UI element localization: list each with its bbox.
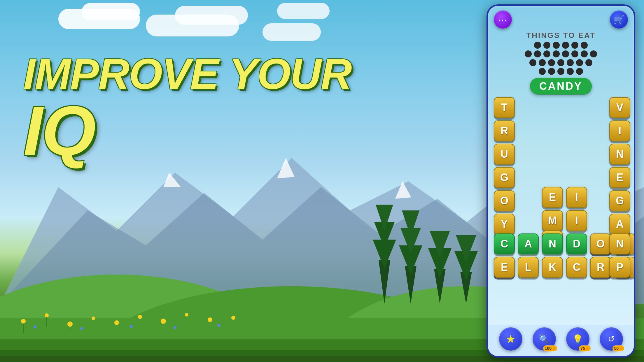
category-title: THINGS TO EAT <box>488 31 634 40</box>
tile-R-bot[interactable]: R <box>590 257 611 278</box>
tile-M-col2-row5[interactable]: M <box>542 210 563 231</box>
dot-row-3 <box>494 59 628 66</box>
svg-point-30 <box>67 321 73 327</box>
svg-point-42 <box>217 324 220 327</box>
tile-letter: A <box>524 238 532 250</box>
tile-E-col2-row4[interactable]: E <box>542 187 563 208</box>
dot <box>534 42 541 49</box>
dot <box>557 59 564 66</box>
dot <box>590 50 597 57</box>
svg-point-38 <box>34 326 36 328</box>
tile-N-vinegar[interactable]: N <box>609 233 630 254</box>
dot <box>567 68 574 75</box>
tile-O-col0-row4[interactable]: O <box>494 190 515 211</box>
shuffle-icon: ↺ <box>608 334 615 344</box>
tile-G-col6-row4[interactable]: G <box>609 190 630 211</box>
tile-letter: C <box>501 238 508 250</box>
tile-letter: E <box>616 171 623 184</box>
dot <box>581 42 588 49</box>
tile-N-col6-row2[interactable]: N <box>609 144 630 165</box>
tile-I-col3-row5[interactable]: I <box>566 210 587 231</box>
hint-coin-badge: 75 ● <box>579 345 591 351</box>
tile-letter: R <box>501 125 508 137</box>
tile-letter: P <box>616 261 623 273</box>
phone-bottom-toolbar: ★ 🔍 100 ● 💡 75 ● ↺ 50 ● <box>488 325 634 356</box>
dot-row-1 <box>494 42 628 49</box>
tile-G-col0-row3[interactable]: G <box>494 167 515 188</box>
dot <box>585 59 592 66</box>
tile-letter: E <box>549 191 556 203</box>
tile-R-col0-row1[interactable]: R <box>494 120 515 141</box>
dot <box>548 59 555 66</box>
tile-E-bot0[interactable]: E <box>494 257 515 278</box>
coin-icon-reveal: ● <box>553 346 555 351</box>
reveal-button[interactable]: 🔍 100 ● <box>533 327 556 351</box>
coin-icon-shuffle: ● <box>620 346 622 351</box>
tile-O-vinegar[interactable]: O <box>590 233 611 254</box>
tile-letter: R <box>597 261 604 273</box>
answer-word-container: CANDY <box>488 78 634 95</box>
tile-I-col6-row1[interactable]: I <box>609 120 630 141</box>
reveal-icon: 🔍 <box>539 334 549 344</box>
tiles-area: T R U G O Y C E E M I I L A N D Y <box>488 97 634 260</box>
tile-letter: G <box>616 195 624 207</box>
coin-icon-hint: ● <box>586 346 589 351</box>
tile-L-bot1[interactable]: L <box>518 257 539 278</box>
tile-C-bot3[interactable]: C <box>566 257 587 278</box>
tile-U-col0-row2[interactable]: U <box>494 144 515 165</box>
menu-dots-icon: ··· <box>498 15 507 24</box>
svg-point-36 <box>208 317 212 322</box>
dot-row-2 <box>494 50 628 57</box>
tile-V-col6-row0[interactable]: V <box>609 97 630 118</box>
tile-letter: T <box>501 101 508 114</box>
tile-D-candy[interactable]: D <box>566 233 587 254</box>
shuffle-coin-badge: 50 ● <box>612 345 624 351</box>
dot <box>548 68 555 75</box>
tile-K-bot2[interactable]: K <box>542 257 563 278</box>
cart-icon: 🛒 <box>614 15 624 25</box>
cloud-2 <box>82 3 140 20</box>
phone-topbar: ··· 🛒 <box>488 6 634 31</box>
tile-letter: D <box>573 238 580 250</box>
star-button[interactable]: ★ <box>499 327 522 351</box>
tile-P-bot[interactable]: P <box>609 257 630 278</box>
reveal-coin-count: 100 <box>545 346 552 351</box>
svg-point-39 <box>80 327 83 330</box>
tile-Y-col0-row5[interactable]: Y <box>494 214 515 235</box>
tile-letter: I <box>575 215 578 227</box>
tile-A-col6-row5[interactable]: A <box>609 214 630 235</box>
menu-button[interactable]: ··· <box>494 10 512 29</box>
dot <box>576 59 583 66</box>
tile-E-col6-row3[interactable]: E <box>609 167 630 188</box>
svg-point-34 <box>161 319 166 324</box>
tile-N-candy[interactable]: N <box>542 233 563 254</box>
tile-letter: N <box>616 148 624 160</box>
main-text-container: IMPROVE YOUR IQ <box>23 52 351 166</box>
tile-T-col0-row0[interactable]: T <box>494 97 515 118</box>
tile-letter: M <box>548 215 557 227</box>
tile-A-candy[interactable]: A <box>518 233 539 254</box>
dot <box>571 42 578 49</box>
dot <box>562 42 569 49</box>
tile-letter: C <box>573 261 580 273</box>
tile-I-col3-row4[interactable]: I <box>566 187 587 208</box>
cloud-4 <box>175 6 248 25</box>
dot <box>571 50 578 57</box>
trees-right <box>367 187 484 304</box>
tile-letter: O <box>500 195 508 207</box>
dot <box>557 68 564 75</box>
dot <box>543 50 550 57</box>
flowers <box>0 286 262 345</box>
cart-button[interactable]: 🛒 <box>610 10 628 29</box>
svg-point-28 <box>21 319 26 324</box>
tile-letter: G <box>500 171 508 184</box>
dot <box>562 50 569 57</box>
reveal-coin-badge: 100 ● <box>543 345 557 351</box>
tile-C-candy[interactable]: C <box>494 233 515 254</box>
svg-point-41 <box>174 326 176 329</box>
dot-row-4 <box>494 68 628 75</box>
shuffle-button[interactable]: ↺ 50 ● <box>600 327 623 351</box>
hint-button[interactable]: 💡 75 ● <box>566 327 589 351</box>
hint-coin-count: 75 <box>581 346 585 351</box>
tile-letter: I <box>618 125 621 137</box>
